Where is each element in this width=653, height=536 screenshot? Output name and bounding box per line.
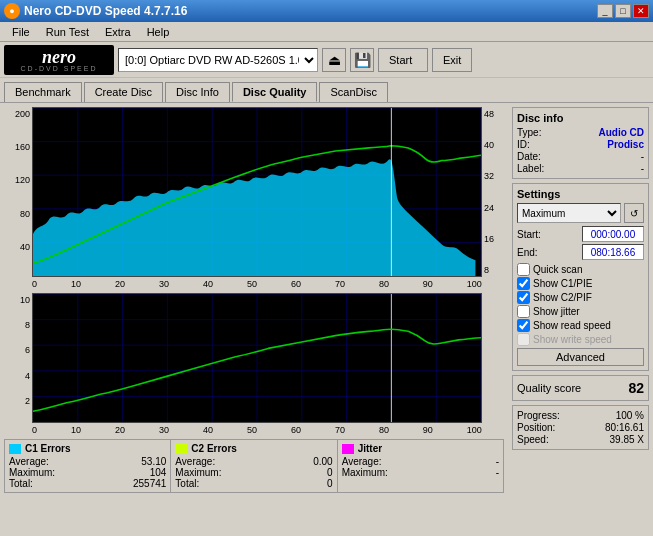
speed-select[interactable]: Maximum <box>517 203 621 223</box>
bot-x-50: 50 <box>247 425 257 435</box>
top-yr-48: 48 <box>484 109 494 119</box>
disc-type-label: Type: <box>517 127 541 138</box>
jitter-color-box <box>342 444 354 454</box>
legend-c1: C1 Errors Average: 53.10 Maximum: 104 To… <box>5 440 171 492</box>
disc-info-panel: Disc info Type: Audio CD ID: Prodisc Dat… <box>512 107 649 179</box>
advanced-button[interactable]: Advanced <box>517 348 644 366</box>
disc-date-value: - <box>641 151 644 162</box>
jitter-maximum-label: Maximum: <box>342 467 388 478</box>
tab-disc-quality[interactable]: Disc Quality <box>232 82 318 102</box>
end-time-row: End: <box>517 244 644 260</box>
speed-info-label: Speed: <box>517 434 549 445</box>
c1-average-value: 53.10 <box>141 456 166 467</box>
show-read-checkbox[interactable] <box>517 319 530 332</box>
disc-id-row: ID: Prodisc <box>517 139 644 150</box>
eject-icon[interactable]: ⏏ <box>322 48 346 72</box>
show-read-label: Show read speed <box>533 320 611 331</box>
disc-date-row: Date: - <box>517 151 644 162</box>
progress-panel: Progress: 100 % Position: 80:16.61 Speed… <box>512 405 649 450</box>
bot-x-90: 90 <box>423 425 433 435</box>
c1-color-box <box>9 444 21 454</box>
tab-scandisc[interactable]: ScanDisc <box>319 82 387 102</box>
bottom-chart <box>32 293 482 423</box>
show-write-checkbox[interactable] <box>517 333 530 346</box>
start-button[interactable]: Start <box>378 48 428 72</box>
c1-maximum-row: Maximum: 104 <box>9 467 166 478</box>
drive-select[interactable]: [0:0] Optiarc DVD RW AD-5260S 1.00 <box>118 48 318 72</box>
position-value: 80:16.61 <box>605 422 644 433</box>
disc-label-value: - <box>641 163 644 174</box>
menu-run-test[interactable]: Run Test <box>38 24 97 40</box>
title-bar-buttons: _ □ ✕ <box>597 4 649 18</box>
c1-total-label: Total: <box>9 478 33 489</box>
jitter-average-label: Average: <box>342 456 382 467</box>
window-title: Nero CD-DVD Speed 4.7.7.16 <box>24 4 187 18</box>
bot-y-6: 6 <box>25 345 30 355</box>
top-yr-16: 16 <box>484 234 494 244</box>
jitter-maximum-row: Maximum: - <box>342 467 499 478</box>
quick-scan-checkbox[interactable] <box>517 263 530 276</box>
bot-x-70: 70 <box>335 425 345 435</box>
cdspeed-brand-text: CD-DVD SPEED <box>21 65 98 72</box>
show-c1pie-checkbox[interactable] <box>517 277 530 290</box>
show-c2pif-checkbox[interactable] <box>517 291 530 304</box>
tab-create-disc[interactable]: Create Disc <box>84 82 163 102</box>
top-chart-svg <box>33 108 481 276</box>
top-chart <box>32 107 482 277</box>
menu-file[interactable]: File <box>4 24 38 40</box>
maximize-button[interactable]: □ <box>615 4 631 18</box>
tab-benchmark[interactable]: Benchmark <box>4 82 82 102</box>
quality-score-label: Quality score <box>517 382 581 394</box>
bot-x-40: 40 <box>203 425 213 435</box>
c2-label: C2 Errors <box>191 443 237 454</box>
bottom-y-axis-right <box>482 293 504 423</box>
bot-y-8: 8 <box>25 320 30 330</box>
menu-help[interactable]: Help <box>139 24 178 40</box>
start-time-input[interactable] <box>582 226 644 242</box>
top-x-60: 60 <box>291 279 301 289</box>
close-button[interactable]: ✕ <box>633 4 649 18</box>
tab-disc-info[interactable]: Disc Info <box>165 82 230 102</box>
top-y-40: 40 <box>20 242 30 252</box>
speed-reset-button[interactable]: ↺ <box>624 203 644 223</box>
show-write-row: Show write speed <box>517 333 644 346</box>
show-write-label: Show write speed <box>533 334 612 345</box>
show-c2pif-row: Show C2/PIF <box>517 291 644 304</box>
menu-extra[interactable]: Extra <box>97 24 139 40</box>
top-x-40: 40 <box>203 279 213 289</box>
jitter-average-row: Average: - <box>342 456 499 467</box>
c2-total-label: Total: <box>175 478 199 489</box>
show-jitter-checkbox[interactable] <box>517 305 530 318</box>
c1-maximum-value: 104 <box>150 467 167 478</box>
top-y-120: 120 <box>15 175 30 185</box>
top-x-50: 50 <box>247 279 257 289</box>
top-y-axis-right: 48 40 32 24 16 8 <box>482 107 504 277</box>
jitter-label: Jitter <box>358 443 382 454</box>
show-c1pie-row: Show C1/PIE <box>517 277 644 290</box>
bottom-chart-svg <box>33 294 481 422</box>
minimize-button[interactable]: _ <box>597 4 613 18</box>
top-y-axis-left: 200 160 120 80 40 <box>4 107 32 277</box>
show-c1pie-label: Show C1/PIE <box>533 278 592 289</box>
top-chart-row: 200 160 120 80 40 <box>4 107 504 277</box>
settings-title: Settings <box>517 188 644 200</box>
end-time-input[interactable] <box>582 244 644 260</box>
c1-average-label: Average: <box>9 456 49 467</box>
progress-value: 100 % <box>616 410 644 421</box>
menu-bar: File Run Test Extra Help <box>0 22 653 42</box>
c2-average-label: Average: <box>175 456 215 467</box>
show-read-row: Show read speed <box>517 319 644 332</box>
title-bar: ● Nero CD-DVD Speed 4.7.7.16 _ □ ✕ <box>0 0 653 22</box>
progress-label: Progress: <box>517 410 560 421</box>
c1-total-row: Total: 255741 <box>9 478 166 489</box>
exit-button[interactable]: Exit <box>432 48 472 72</box>
top-x-0: 0 <box>32 279 37 289</box>
disc-id-value: Prodisc <box>607 139 644 150</box>
show-c2pif-label: Show C2/PIF <box>533 292 592 303</box>
top-y-160: 160 <box>15 142 30 152</box>
disc-label-label: Label: <box>517 163 544 174</box>
app-icon: ● <box>4 3 20 19</box>
save-icon[interactable]: 💾 <box>350 48 374 72</box>
nero-brand-text: nero <box>42 48 76 66</box>
start-time-row: Start: <box>517 226 644 242</box>
